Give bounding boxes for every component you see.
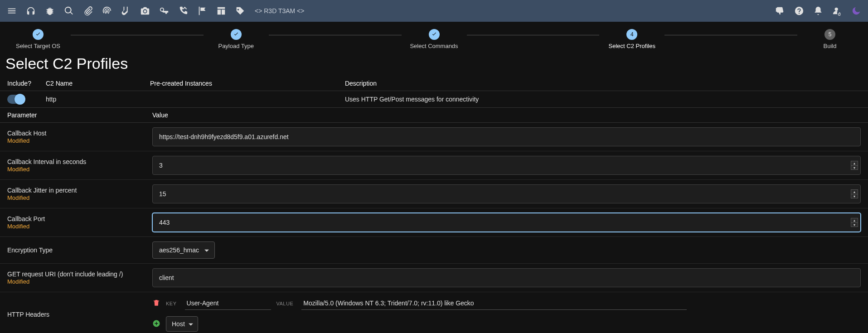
step-connector [467,35,600,35]
col-value: Value [145,108,868,123]
tag-icon[interactable] [234,5,247,17]
param-row-callback-port: Callback Port Modified ▲▼ [0,208,868,237]
socks-icon[interactable] [120,5,132,17]
value-label: VALUE [276,301,294,306]
moon-icon[interactable] [850,5,863,17]
parameters-table: Parameter Value Callback Host Modified C… [0,108,868,333]
help-icon[interactable] [793,5,805,17]
c2-description: Uses HTTP Get/Post messages for connecti… [338,91,868,108]
http-header-add-row: Host [152,316,861,332]
col-description: Description [338,76,868,91]
modified-badge: Modified [7,137,29,144]
param-label: Callback Interval in seconds [7,158,138,165]
menu-icon[interactable] [5,5,18,17]
callback-host-input[interactable] [152,127,861,146]
step-build[interactable]: 5 Build [803,29,857,49]
key-icon[interactable] [158,5,170,17]
param-label: Callback Port [7,215,138,222]
layout-icon[interactable] [215,5,228,17]
param-label: Callback Host [7,130,138,137]
step-connector [269,35,402,35]
add-icon[interactable] [152,319,160,329]
header-value-input[interactable] [301,297,687,310]
col-instances: Pre-created Instances [143,76,338,91]
param-row-http-headers: HTTP Headers KEY VALUE Host [0,292,868,333]
key-label: KEY [166,301,177,306]
param-row-get-uri: GET request URI (don't include leading /… [0,264,868,292]
page-title: Select C2 Profiles [0,53,868,76]
http-header-row: KEY VALUE [152,297,861,310]
col-parameter: Parameter [0,108,145,123]
get-uri-input[interactable] [152,268,861,287]
param-label: Encryption Type [7,246,138,254]
step-c2-profiles[interactable]: 4 Select C2 Profiles [605,29,659,49]
attach-icon[interactable] [82,5,94,17]
bell-icon[interactable] [812,5,824,17]
search-icon[interactable] [63,5,75,17]
param-label: GET request URI (don't include leading /… [7,270,138,278]
param-label: Callback Jitter in percent [7,187,138,194]
encryption-type-select[interactable]: aes256_hmac [152,241,215,259]
c2-profiles-table: Include? C2 Name Pre-created Instances D… [0,76,868,108]
user-cog-icon[interactable] [831,5,844,17]
bug-icon[interactable] [44,5,56,17]
callback-interval-input[interactable] [152,156,861,175]
topbar: <> R3D T3AM <> [0,0,868,22]
number-spinner[interactable]: ▲▼ [851,218,858,227]
modified-badge: Modified [7,166,29,173]
step-connector [71,35,204,35]
trash-icon[interactable] [152,299,160,308]
step-target-os[interactable]: Select Target OS [11,29,65,49]
number-spinner[interactable]: ▲▼ [851,189,858,198]
camera-icon[interactable] [139,5,151,17]
headphones-icon[interactable] [24,5,37,17]
param-row-callback-jitter: Callback Jitter in percent Modified ▲▼ [0,180,868,208]
team-label: <> R3D T3AM <> [255,7,304,14]
callback-port-input[interactable] [152,213,861,232]
thumbs-down-icon[interactable] [774,5,786,17]
step-commands[interactable]: Select Commands [407,29,461,49]
col-c2name: C2 Name [39,76,143,91]
modified-badge: Modified [7,278,29,285]
param-label: HTTP Headers [7,311,138,318]
stepper: Select Target OS Payload Type Select Com… [0,22,868,53]
step-payload-type[interactable]: Payload Type [209,29,263,49]
c2-name: http [39,91,143,108]
flag-icon[interactable] [196,5,209,17]
c2-row-http: http Uses HTTP Get/Post messages for con… [0,91,868,108]
callback-jitter-input[interactable] [152,184,861,203]
modified-badge: Modified [7,194,29,201]
param-row-callback-host: Callback Host Modified [0,123,868,151]
param-row-callback-interval: Callback Interval in seconds Modified ▲▼ [0,151,868,180]
phone-missed-icon[interactable] [177,5,189,17]
step-connector [664,35,797,35]
number-spinner[interactable]: ▲▼ [851,161,858,170]
col-include: Include? [0,76,39,91]
header-key-input[interactable] [185,297,271,310]
new-header-key-select[interactable]: Host [166,316,198,332]
modified-badge: Modified [7,223,29,230]
include-toggle[interactable] [7,95,24,104]
fingerprint-icon[interactable] [101,5,113,17]
param-row-encryption-type: Encryption Type aes256_hmac [0,237,868,264]
c2-instances [143,91,338,108]
